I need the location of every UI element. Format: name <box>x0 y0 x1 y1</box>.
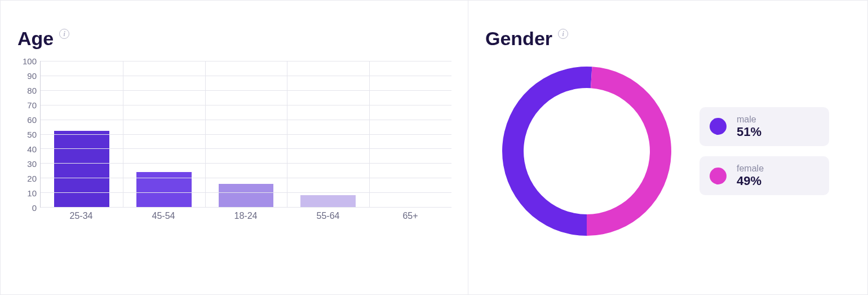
y-tick-label: 30 <box>17 159 37 169</box>
gridline <box>41 163 451 164</box>
y-tick-label: 90 <box>17 71 37 81</box>
y-tick-label: 20 <box>17 174 37 183</box>
age-bar <box>54 131 109 207</box>
age-bar <box>300 195 356 207</box>
gender-panel: Gender male51%female49% <box>468 1 867 294</box>
age-bar-chart: 0102030405060708090100 25-3445-5418-2455… <box>17 61 451 224</box>
grid-vline <box>205 61 206 207</box>
age-panel: Age 0102030405060708090100 25-3445-5418-… <box>1 1 468 294</box>
gridline <box>41 76 451 76</box>
y-tick-label: 0 <box>17 203 37 213</box>
legend-swatch <box>710 118 727 135</box>
y-tick-label: 50 <box>17 130 37 139</box>
legend-item-female[interactable]: female49% <box>699 156 829 195</box>
gridline <box>41 148 451 149</box>
y-tick-label: 10 <box>17 188 37 198</box>
age-y-axis: 0102030405060708090100 <box>17 61 40 208</box>
gridline <box>41 178 451 178</box>
gender-panel-title: Gender <box>485 28 851 50</box>
grid-vline <box>369 61 370 207</box>
info-icon[interactable] <box>59 29 69 39</box>
y-tick-label: 40 <box>17 144 37 154</box>
gender-legend: male51%female49% <box>699 107 829 195</box>
age-title-text: Age <box>17 28 54 50</box>
legend-swatch <box>710 168 727 184</box>
donut-slice-female <box>587 67 671 236</box>
gridline <box>41 61 451 61</box>
y-tick-label: 70 <box>17 100 37 110</box>
legend-label: female <box>737 163 764 174</box>
demographics-panels: Age 0102030405060708090100 25-3445-5418-… <box>0 0 868 295</box>
legend-value: 49% <box>737 174 764 188</box>
age-plot-area <box>40 61 451 208</box>
gridline <box>41 120 451 120</box>
x-tick-label: 25-34 <box>70 211 93 221</box>
x-tick-label: 18-24 <box>234 211 258 221</box>
grid-vline <box>123 61 123 207</box>
gridline <box>41 105 451 105</box>
age-x-axis: 25-3445-5418-2455-6465+ <box>40 208 451 224</box>
legend-value: 51% <box>737 125 761 139</box>
age-bar <box>219 184 274 207</box>
grid-vline <box>287 61 287 207</box>
gender-title-text: Gender <box>485 28 552 50</box>
legend-item-male[interactable]: male51% <box>699 107 829 146</box>
x-tick-label: 55-64 <box>317 211 340 221</box>
legend-text: male51% <box>737 114 761 139</box>
gridline <box>41 90 451 91</box>
age-bar <box>136 172 192 207</box>
y-tick-label: 60 <box>17 115 37 125</box>
x-tick-label: 45-54 <box>152 211 175 221</box>
info-icon[interactable] <box>558 29 568 39</box>
y-tick-label: 100 <box>17 56 37 66</box>
gender-donut-chart <box>497 61 677 241</box>
legend-label: male <box>737 114 761 125</box>
age-panel-title: Age <box>17 28 451 50</box>
legend-text: female49% <box>737 163 764 188</box>
x-tick-label: 65+ <box>402 211 418 221</box>
donut-slice-male <box>502 67 592 236</box>
y-tick-label: 80 <box>17 86 37 95</box>
gridline <box>41 192 451 193</box>
gender-body: male51%female49% <box>485 61 851 241</box>
gridline <box>41 134 451 135</box>
